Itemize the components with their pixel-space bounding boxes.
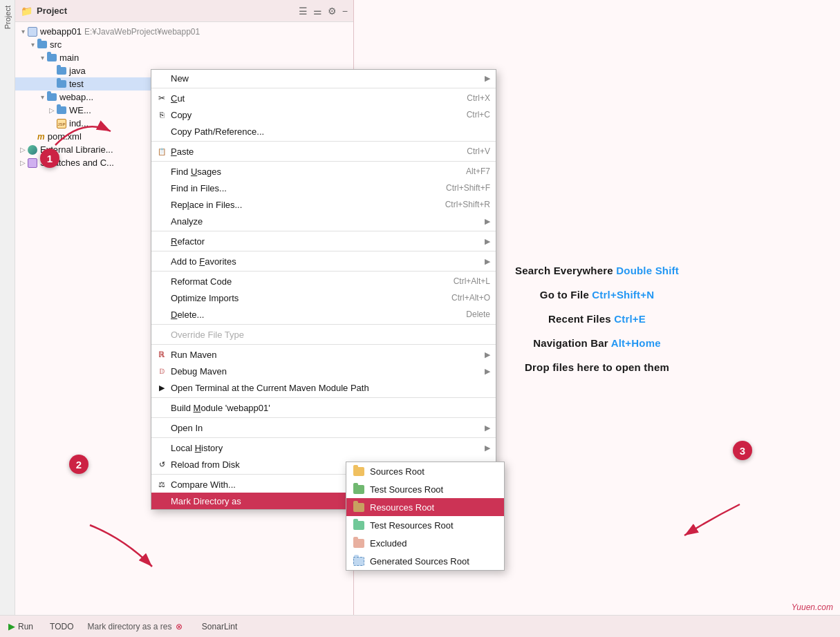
bottom-bar: ▶ Run TODO Mark directory as a res ⊗ Son… (0, 615, 840, 637)
submenu-label-test-resources-root: Test Resources Root (370, 520, 454, 531)
submenu-label-test-sources-root: Test Sources Root (370, 484, 443, 495)
menu-label-replace-files: Replace in Files... (171, 200, 431, 210)
hint-key-navbar: Alt+Home (611, 337, 661, 349)
left-sidebar: Project (0, 0, 15, 637)
menu-item-copy-path[interactable]: Copy Path/Reference... (151, 123, 496, 140)
submenu-item-test-resources-root[interactable]: Test Resources Root (346, 516, 504, 534)
reload-icon: ↺ (156, 458, 168, 470)
menu-label-cut: Cut (171, 93, 453, 104)
folder-icon (37, 41, 47, 48)
menu-separator (151, 271, 496, 272)
submenu-label-excluded: Excluded (370, 538, 407, 549)
panel-title: Project (37, 6, 295, 16)
submenu-item-excluded[interactable]: Excluded (346, 534, 504, 552)
annotation-1: 1 (40, 149, 59, 168)
menu-item-open-terminal[interactable]: ▶ Open Terminal at the Current Maven Mod… (151, 379, 496, 396)
tree-item-webapp01[interactable]: ▾ webapp01 E:¥JavaWebProject¥webapp01 (15, 25, 353, 38)
compare-icon: ⚖ (156, 478, 168, 491)
menu-item-replace-files[interactable]: Replace in Files... Ctrl+Shift+R (151, 196, 496, 213)
menu-item-open-in[interactable]: Open In ▶ (151, 419, 496, 436)
menu-item-debug-maven[interactable]: 𝔻 Debug Maven ▶ (151, 363, 496, 379)
test-resources-root-icon (353, 521, 364, 530)
submenu-label-sources-root: Sources Root (370, 466, 424, 477)
copy-icon: ⎘ (156, 108, 168, 121)
menu-item-run-maven[interactable]: ℝ Run Maven ▶ (151, 346, 496, 363)
maven-icon: m (37, 132, 45, 142)
settings-icon[interactable]: ⚙ (328, 6, 337, 17)
submenu-item-sources-root[interactable]: Sources Root (346, 462, 504, 480)
menu-label-new: New (171, 73, 479, 84)
status-text: Mark directory as a res ⊗ (87, 622, 182, 631)
hint-drop: Drop files here to open them (525, 361, 669, 373)
submenu-item-generated-sources-root[interactable]: Generated Sources Root (346, 552, 504, 570)
menu-label-find-files: Find in Files... (171, 183, 432, 193)
submenu-label-generated-sources-root: Generated Sources Root (370, 556, 469, 567)
mark-directory-submenu: Sources Root Test Sources Root Resources… (346, 462, 505, 571)
menu-separator (151, 251, 496, 251)
sonar-button[interactable]: SonarLint (199, 620, 240, 633)
submenu-arrow: ▶ (485, 424, 490, 432)
menu-label-local-history: Local History (171, 443, 479, 453)
menu-label-favorites: Add to Favorites (171, 256, 479, 267)
sidebar-tab-project[interactable]: Project (1, 0, 14, 35)
menu-separator (151, 437, 496, 438)
todo-button[interactable]: TODO (47, 620, 76, 633)
shortcut-copy: Ctrl+C (467, 110, 490, 120)
menu-item-local-history[interactable]: Local History ▶ (151, 439, 496, 456)
panel-toolbar: ☰ ⚌ ⚙ − (299, 6, 348, 17)
tree-item-src[interactable]: ▾ src (15, 38, 353, 51)
tree-item-main[interactable]: ▾ main (15, 51, 353, 64)
folder-icon (57, 80, 66, 88)
shortcut-delete: Delete (466, 310, 490, 319)
submenu-item-test-sources-root[interactable]: Test Sources Root (346, 480, 504, 498)
menu-separator (151, 141, 496, 142)
collapse-all-icon[interactable]: ☰ (299, 6, 308, 17)
menu-item-favorites[interactable]: Add to Favorites ▶ (151, 253, 496, 269)
menu-item-delete[interactable]: Delete... Delete (151, 306, 496, 323)
submenu-arrow: ▶ (485, 237, 490, 246)
context-menu: New ▶ Cut Ctrl+X ⎘ Copy Ctrl+C Copy Path… (151, 69, 496, 510)
menu-item-paste[interactable]: 📋 Paste Ctrl+V (151, 143, 496, 160)
submenu-item-resources-root[interactable]: Resources Root (346, 498, 504, 516)
shortcut-find-usages: Alt+F7 (466, 167, 490, 176)
hint-key-search: Double Shift (616, 265, 679, 276)
menu-item-new[interactable]: New ▶ (151, 70, 496, 86)
menu-item-cut[interactable]: Cut Ctrl+X (151, 90, 496, 106)
menu-label-reformat: Reformat Code (171, 276, 440, 287)
menu-label-debug-maven: Debug Maven (171, 366, 479, 377)
menu-item-reformat[interactable]: Reformat Code Ctrl+Alt+L (151, 273, 496, 289)
menu-label-copy-path: Copy Path/Reference... (171, 126, 490, 137)
shortcut-paste: Ctrl+V (467, 146, 490, 156)
debug-maven-icon: 𝔻 (156, 365, 168, 377)
minimize-icon[interactable]: − (342, 6, 348, 17)
tree-label: src (50, 39, 62, 50)
project-path: E:¥JavaWebProject¥webapp01 (84, 27, 200, 37)
menu-item-find-files[interactable]: Find in Files... Ctrl+Shift+F (151, 180, 496, 196)
menu-item-override-type: Override File Type (151, 326, 496, 343)
extlib-icon (28, 145, 37, 155)
menu-item-copy[interactable]: ⎘ Copy Ctrl+C (151, 106, 496, 123)
menu-label-analyze: Analyze (171, 216, 479, 227)
filter-icon[interactable]: ⚌ (313, 6, 322, 17)
module-icon (28, 27, 37, 37)
menu-separator (151, 324, 496, 325)
expand-arrow: ▾ (37, 93, 47, 101)
play-icon: ▶ (8, 621, 15, 631)
menu-separator (151, 417, 496, 418)
hint-key-goto: Ctrl+Shift+N (592, 289, 654, 301)
cut-icon (156, 92, 168, 104)
test-sources-root-icon (353, 485, 364, 494)
menu-item-optimize[interactable]: Optimize Imports Ctrl+Alt+O (151, 289, 496, 306)
folder-icon (57, 67, 66, 75)
folder-icon (47, 54, 57, 61)
menu-item-refactor[interactable]: Refactor ▶ (151, 233, 496, 249)
arrow-1 (48, 111, 118, 152)
menu-item-analyze[interactable]: Analyze ▶ (151, 213, 496, 229)
tree-label: java (69, 66, 86, 76)
menu-label-refactor: Refactor (171, 236, 479, 247)
menu-item-build-module[interactable]: Build Module 'webapp01' (151, 399, 496, 416)
menu-label-optimize: Optimize Imports (171, 293, 438, 303)
menu-item-find-usages[interactable]: Find Usages Alt+F7 (151, 163, 496, 180)
sonar-label: SonarLint (202, 622, 237, 631)
run-button[interactable]: ▶ Run (6, 620, 36, 633)
